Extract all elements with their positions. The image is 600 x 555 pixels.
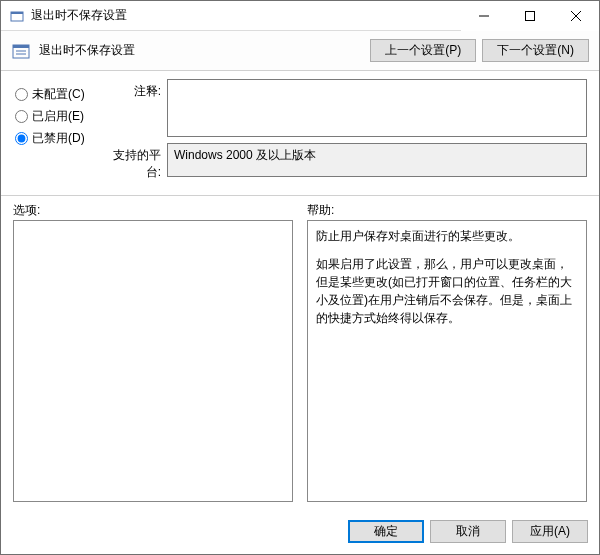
- radio-not-configured-input[interactable]: [15, 88, 28, 101]
- window-title: 退出时不保存设置: [31, 7, 127, 24]
- radio-not-configured-label: 未配置(C): [32, 86, 85, 103]
- minimize-button[interactable]: [461, 1, 507, 31]
- comment-label: 注释:: [109, 79, 167, 137]
- options-label: 选项:: [13, 200, 293, 220]
- radio-disabled-input[interactable]: [15, 132, 28, 145]
- lower-area: 选项: 帮助: 防止用户保存对桌面进行的某些更改。 如果启用了此设置，那么，用户…: [1, 200, 599, 502]
- cancel-button[interactable]: 取消: [430, 520, 506, 543]
- apply-button[interactable]: 应用(A): [512, 520, 588, 543]
- options-box: [13, 220, 293, 502]
- ok-button[interactable]: 确定: [348, 520, 424, 543]
- radio-not-configured[interactable]: 未配置(C): [13, 83, 109, 105]
- svg-rect-3: [526, 11, 535, 20]
- radio-enabled[interactable]: 已启用(E): [13, 105, 109, 127]
- radio-enabled-label: 已启用(E): [32, 108, 84, 125]
- svg-rect-1: [11, 12, 23, 14]
- radio-disabled-label: 已禁用(D): [32, 130, 85, 147]
- radio-disabled[interactable]: 已禁用(D): [13, 127, 109, 149]
- config-area: 未配置(C) 已启用(E) 已禁用(D) 注释: 支持的平台: Windows …: [1, 71, 599, 187]
- policy-icon: [9, 8, 25, 24]
- supported-platform-box: Windows 2000 及以上版本: [167, 143, 587, 177]
- policy-large-icon: [11, 41, 31, 61]
- section-divider: [1, 195, 599, 196]
- header-strip: 退出时不保存设置 上一个设置(P) 下一个设置(N): [1, 31, 599, 71]
- comment-input[interactable]: [167, 79, 587, 137]
- svg-rect-7: [13, 45, 29, 48]
- platform-label: 支持的平台:: [109, 143, 167, 181]
- maximize-button[interactable]: [507, 1, 553, 31]
- dialog-footer: 确定 取消 应用(A): [348, 520, 588, 543]
- help-label: 帮助:: [307, 200, 587, 220]
- help-paragraph: 防止用户保存对桌面进行的某些更改。: [316, 227, 578, 245]
- window-titlebar: 退出时不保存设置: [1, 1, 599, 31]
- help-paragraph: 如果启用了此设置，那么，用户可以更改桌面，但是某些更改(如已打开窗口的位置、任务…: [316, 255, 578, 327]
- next-setting-button[interactable]: 下一个设置(N): [482, 39, 589, 62]
- close-button[interactable]: [553, 1, 599, 31]
- previous-setting-button[interactable]: 上一个设置(P): [370, 39, 476, 62]
- header-title: 退出时不保存设置: [39, 42, 364, 59]
- radio-enabled-input[interactable]: [15, 110, 28, 123]
- help-box: 防止用户保存对桌面进行的某些更改。 如果启用了此设置，那么，用户可以更改桌面，但…: [307, 220, 587, 502]
- state-radio-group: 未配置(C) 已启用(E) 已禁用(D): [13, 79, 109, 149]
- supported-platform-text: Windows 2000 及以上版本: [174, 148, 316, 162]
